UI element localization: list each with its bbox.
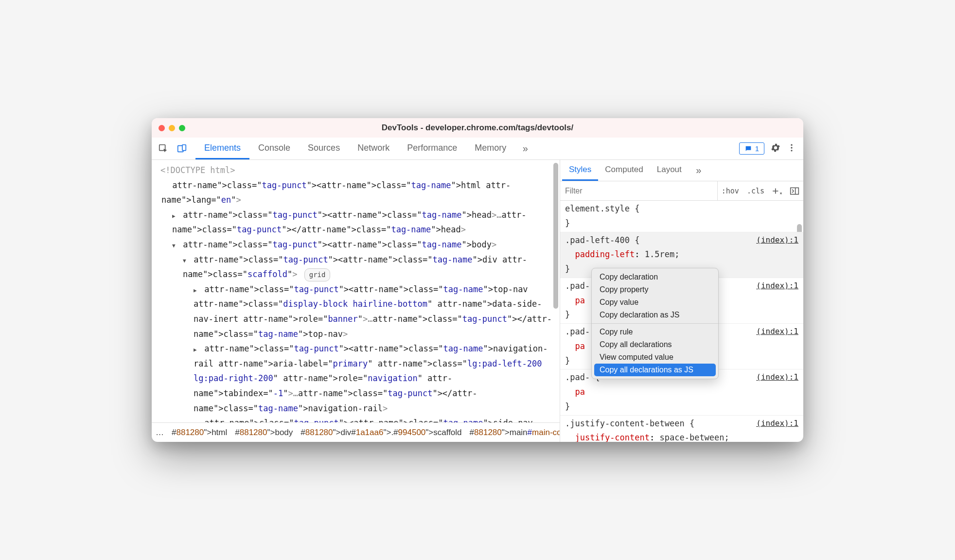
layout-badge[interactable]: grid xyxy=(304,268,331,281)
css-rule[interactable]: (index):1.justify-content-between { just… xyxy=(560,416,803,442)
dom-node[interactable]: ▼ attr-name">class="tag-punct"><attr-nam… xyxy=(157,252,555,282)
dom-node[interactable]: ▶ attr-name">class="tag-punct"><attr-nam… xyxy=(157,208,555,237)
device-toolbar-icon[interactable] xyxy=(174,141,190,157)
source-link[interactable]: (index):1 xyxy=(756,279,798,293)
main-toolbar: ElementsConsoleSourcesNetworkPerformance… xyxy=(152,138,803,160)
elements-panel: <!DOCTYPE html> attr-name">class="tag-pu… xyxy=(152,160,560,442)
tab-memory[interactable]: Memory xyxy=(466,138,515,159)
dom-node[interactable]: ▼ attr-name">class="tag-punct"><attr-nam… xyxy=(157,237,555,252)
svg-rect-2 xyxy=(182,144,186,150)
close-icon[interactable] xyxy=(159,125,165,131)
dom-node[interactable]: attr-name">class="tag-punct"><attr-name"… xyxy=(157,178,555,208)
breadcrumb-ellipsis[interactable]: … xyxy=(156,428,164,438)
context-menu-item[interactable]: Copy value xyxy=(592,296,718,309)
tab-network[interactable]: Network xyxy=(349,138,398,159)
new-rule-icon[interactable] xyxy=(768,187,786,195)
minimize-icon[interactable] xyxy=(169,125,175,131)
source-link[interactable]: (index):1 xyxy=(756,417,798,430)
message-count: 1 xyxy=(755,144,759,153)
breadcrumb-item[interactable]: #881280">main#main-content xyxy=(470,428,560,438)
devtools-window: DevTools - developer.chrome.com/tags/dev… xyxy=(152,118,803,442)
styles-more-tabs-icon[interactable]: » xyxy=(691,165,706,176)
source-link[interactable]: (index):1 xyxy=(756,325,798,338)
svg-point-4 xyxy=(791,147,792,148)
doctype[interactable]: <!DOCTYPE html> xyxy=(157,163,555,178)
dom-node[interactable]: ▶ attr-name">class="tag-punct"><attr-nam… xyxy=(157,282,555,341)
context-menu-item[interactable]: View computed value xyxy=(592,351,718,364)
context-menu-item[interactable]: Copy declaration xyxy=(592,271,718,283)
dom-node[interactable]: ▶ attr-name">class="tag-punct"><attr-nam… xyxy=(157,416,555,422)
scrollbar-thumb[interactable] xyxy=(553,163,558,309)
context-menu-item[interactable]: Copy property xyxy=(592,283,718,296)
source-link[interactable]: (index):1 xyxy=(756,233,798,247)
toggle-sidebar-icon[interactable] xyxy=(786,187,803,195)
hov-toggle[interactable]: :hov xyxy=(718,187,743,195)
breadcrumb-item[interactable]: #881280">html xyxy=(172,428,227,438)
inspect-element-icon[interactable] xyxy=(156,141,171,157)
context-menu-item[interactable]: Copy declaration as JS xyxy=(592,309,718,321)
panels: <!DOCTYPE html> attr-name">class="tag-pu… xyxy=(152,160,803,442)
svg-point-3 xyxy=(791,144,792,145)
window-title: DevTools - developer.chrome.com/tags/dev… xyxy=(159,123,796,133)
kebab-menu-icon[interactable] xyxy=(787,143,796,155)
css-rule[interactable]: element.style {} xyxy=(560,201,803,232)
styles-filter-input[interactable] xyxy=(560,181,718,200)
context-menu-item[interactable]: Copy all declarations as JS xyxy=(594,364,716,376)
dom-tree[interactable]: <!DOCTYPE html> attr-name">class="tag-pu… xyxy=(152,160,560,422)
settings-icon[interactable] xyxy=(770,142,781,155)
styles-tabs: StylesComputedLayout» xyxy=(560,160,803,181)
context-menu-item[interactable]: Copy rule xyxy=(592,326,718,338)
maximize-icon[interactable] xyxy=(179,125,185,131)
tab-console[interactable]: Console xyxy=(249,138,299,159)
source-link[interactable]: (index):1 xyxy=(756,370,798,384)
breadcrumb: …#881280">html#881280">body#881280">div#… xyxy=(152,422,560,442)
styles-tab-computed[interactable]: Computed xyxy=(598,160,650,181)
titlebar: DevTools - developer.chrome.com/tags/dev… xyxy=(152,118,803,138)
messages-badge[interactable]: 1 xyxy=(739,142,764,155)
context-menu-item[interactable]: Copy all declarations xyxy=(592,338,718,351)
svg-point-5 xyxy=(791,150,792,151)
cls-toggle[interactable]: .cls xyxy=(743,187,768,195)
context-menu: Copy declarationCopy propertyCopy valueC… xyxy=(591,268,719,379)
breadcrumb-item[interactable]: #881280">body xyxy=(235,428,293,438)
window-controls xyxy=(159,125,185,131)
more-tabs-icon[interactable]: » xyxy=(518,143,532,154)
panel-tabs: ElementsConsoleSourcesNetworkPerformance… xyxy=(195,138,515,159)
breadcrumb-item[interactable]: #881280">div#1a1aa6">.#994500">scaffold xyxy=(301,428,461,438)
dom-node[interactable]: ▶ attr-name">class="tag-punct"><attr-nam… xyxy=(157,341,555,416)
styles-filter-row: :hov .cls xyxy=(560,181,803,201)
svg-rect-6 xyxy=(791,188,799,194)
tab-performance[interactable]: Performance xyxy=(398,138,466,159)
tab-sources[interactable]: Sources xyxy=(299,138,349,159)
context-menu-separator xyxy=(592,323,718,324)
styles-panel: StylesComputedLayout» :hov .cls element.… xyxy=(560,160,803,442)
message-icon xyxy=(744,145,752,153)
styles-tab-styles[interactable]: Styles xyxy=(562,160,598,181)
tab-elements[interactable]: Elements xyxy=(195,138,249,159)
styles-tab-layout[interactable]: Layout xyxy=(650,160,689,181)
